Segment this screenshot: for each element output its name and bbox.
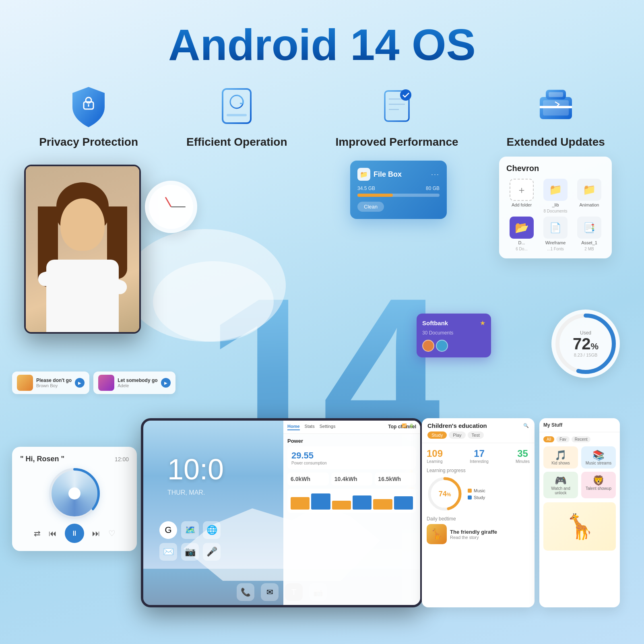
music-play-btn-2[interactable]: ▶ — [161, 378, 171, 388]
feature-privacy: Privacy Protection — [39, 85, 138, 149]
chevron-item-sub-1: 8 Documents — [544, 209, 568, 213]
chevron-item-wireframe[interactable]: 📄 Wireframe ...1 Fonts — [540, 217, 571, 251]
music-heart-btn[interactable]: ♡ — [108, 528, 116, 538]
chevron-item-label-5: Asset_1 — [581, 240, 597, 245]
edu-bedtime-label: Daily bedtime — [427, 516, 530, 522]
music-shuffle-btn[interactable]: ⇄ — [34, 528, 41, 538]
file-box-used: 34.5 GB — [357, 186, 375, 191]
edu-bedtime-section: Daily bedtime 🦒 The friendly giraffe Rea… — [427, 516, 530, 544]
music-mini-card-2[interactable]: Let somebody go Adele ▶ — [93, 372, 175, 394]
edu-tab-test[interactable]: Test — [468, 431, 484, 439]
chevron-item-addfolder[interactable]: ＋ Add folder — [506, 179, 537, 213]
bottom-tablet: 📶 🔋 10:0 THUR, MAR. G 🗺️ 🌐 ✉️ 📷 🎤 ⚙ 📱 — [141, 418, 423, 607]
chevron-item-asset[interactable]: 📑 Asset_1 2 MB — [574, 217, 605, 251]
file-box-progress-bg — [357, 194, 440, 197]
chevron-item-lib[interactable]: 📁 _lib 8 Documents — [540, 179, 571, 213]
kids-grid: 🎵 Kid shows 📚 Music streams 🎮 Watch and … — [543, 446, 616, 498]
edu-subjects: Music Study — [468, 488, 485, 500]
privacy-label: Privacy Protection — [39, 136, 138, 149]
content-area: 14 — [0, 157, 644, 619]
file-box-progress-fill — [357, 194, 393, 197]
file-box-clean-button[interactable]: Clean — [357, 202, 384, 212]
tablet-app-camera[interactable]: 📷 — [181, 543, 199, 561]
tablet-app-google[interactable]: G — [159, 521, 177, 539]
chevron-item-d[interactable]: 📂 D... 6 Do... — [506, 217, 537, 251]
tablet-status-bar: 📶 🔋 — [143, 421, 420, 430]
softbank-count: 30 Documents — [422, 330, 485, 336]
kids-item-2-label: Music streams — [584, 461, 613, 465]
music-prev-btn[interactable]: ⏮ — [49, 529, 57, 538]
kids-cat-fav[interactable]: Fav — [556, 436, 570, 442]
kids-content: All Fav Recent 🎵 Kid shows 📚 Music strea… — [539, 432, 620, 607]
softbank-card: Softbank ★ 30 Documents — [417, 314, 491, 357]
music-greeting-row: " Hi, Rosen " 12:00 — [20, 455, 129, 463]
kids-cat-all[interactable]: All — [543, 436, 554, 442]
small-dashboard-overlay: Home Stats Settings Top channel Power 29… — [283, 421, 420, 605]
tablet-app-chrome[interactable]: 🌐 — [203, 521, 221, 539]
tablet-app-assistant[interactable]: 🎤 — [203, 543, 221, 561]
edu-story-title: The friendly giraffe — [450, 529, 497, 535]
kids-item-4-label: Talent showup — [584, 486, 613, 491]
file-box-menu[interactable]: ··· — [431, 170, 440, 179]
sdash-chart — [287, 489, 416, 513]
edu-stat-0: 109 Learning — [427, 448, 443, 464]
music-artist-2: Adele — [118, 383, 157, 388]
file-box-card: 📁 File Box ··· 34.5 GB 80 GB Clean — [350, 161, 447, 219]
music-greeting-text: " Hi, Rosen " — [20, 455, 64, 463]
music-play-btn-1[interactable]: ▶ — [75, 378, 85, 388]
kids-title: My Stuff — [543, 422, 616, 428]
svg-point-10 — [400, 89, 411, 101]
chevron-item-sub-5: 2 MB — [584, 247, 594, 251]
cloud-decoration-2 — [153, 261, 274, 342]
kids-item-4-icon: 🦁 — [584, 475, 613, 486]
file-box-title: File Box — [374, 170, 402, 179]
sdash-kwh-row: 6.0kWh 10.4kWh 16.5kWh — [287, 473, 416, 485]
edu-header-row: Children's education 🔍 — [427, 422, 529, 429]
asset-icon: 📑 — [577, 217, 601, 239]
music-artist-1: Brown Boy — [36, 383, 72, 388]
chevron-item-animation[interactable]: 📁 Animation — [574, 179, 605, 213]
music-next-btn[interactable]: ⏭ — [92, 529, 100, 538]
edu-title: Children's education — [427, 422, 487, 429]
edu-stat-2-num: 35 — [516, 448, 530, 459]
music-play-pause-btn[interactable]: ⏸ — [65, 524, 84, 543]
chevron-grid: ＋ Add folder 📁 _lib 8 Documents 📁 Animat… — [506, 179, 605, 251]
edu-story-sub: Read the story — [450, 535, 497, 540]
music-info-1: Please don't go Brown Boy — [36, 378, 72, 388]
storage-detail: 8.23 / 15GB — [573, 353, 599, 357]
wireframe-icon: 📄 — [543, 217, 568, 239]
chevron-card: Chevron ＋ Add folder 📁 _lib 8 Documents … — [499, 157, 612, 258]
kids-giraffe-area: 🦒 — [543, 502, 616, 551]
edu-search[interactable]: 🔍 — [523, 423, 529, 428]
dock-app-mail[interactable]: ✉ — [261, 583, 279, 601]
edu-circle: 74% — [427, 476, 463, 512]
avatar-1 — [422, 340, 434, 352]
edu-tab-play[interactable]: Play — [449, 431, 465, 439]
kids-item-3[interactable]: 🎮 Watch and unlock — [543, 472, 578, 498]
kids-item-1-icon: 🎵 — [547, 450, 575, 461]
kids-header: My Stuff — [539, 418, 620, 432]
kids-item-4[interactable]: 🦁 Talent showup — [581, 472, 616, 498]
sdash-kwh-1-val: 6.0kWh — [291, 476, 326, 482]
dock-app-phone[interactable]: 📞 — [237, 583, 254, 601]
kids-item-2[interactable]: 📚 Music streams — [581, 446, 616, 469]
file-box-icon: 📁 — [357, 168, 370, 181]
tablet-mini-icons: G 🗺️ 🌐 ✉️ 📷 🎤 — [159, 521, 221, 561]
kids-cat-rec[interactable]: Recent — [572, 436, 591, 442]
storage-circle: Used 72% 8.23 / 15GB — [551, 310, 620, 378]
edu-learning-label: Learning progress — [427, 468, 530, 473]
operation-label: Efficient Operation — [186, 136, 287, 149]
edu-tab-study[interactable]: Study — [427, 431, 447, 439]
kids-item-1[interactable]: 🎵 Kid shows — [543, 446, 578, 469]
tablet-app-maps[interactable]: 🗺️ — [181, 521, 199, 539]
edu-tabs: Study Play Test — [427, 431, 529, 439]
tablet-app-mail[interactable]: ✉️ — [159, 543, 177, 561]
page-header: Android 14 OS — [0, 0, 644, 69]
sdash-power-val: 29.55 — [291, 450, 412, 461]
chevron-item-label-2: Animation — [580, 202, 599, 207]
edu-stat-1-num: 17 — [470, 448, 489, 459]
music-mini-card-1[interactable]: Please don't go Brown Boy ▶ — [12, 372, 89, 394]
chevron-item-label-4: Wireframe — [545, 240, 566, 245]
tablet-photo — [26, 166, 139, 332]
sdash-kwh-3: 16.5kWh — [375, 473, 416, 485]
